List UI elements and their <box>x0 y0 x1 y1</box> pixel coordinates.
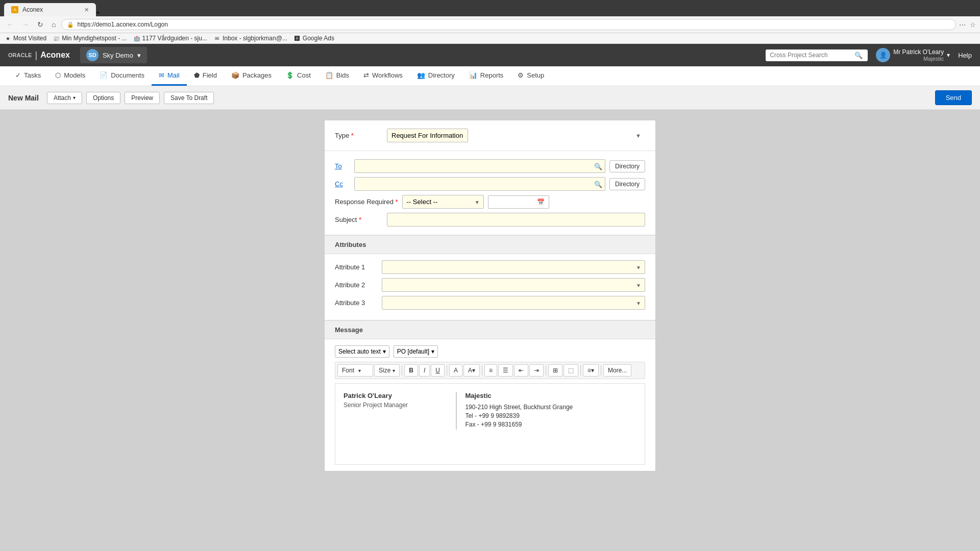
nav-workflows[interactable]: ⇄ Workflows <box>356 66 410 86</box>
cross-project-search-input[interactable] <box>770 52 851 59</box>
cross-project-search[interactable]: 🔍 <box>766 49 868 61</box>
size-dropdown-icon: ▾ <box>393 368 395 373</box>
calendar-icon[interactable]: 📅 <box>537 198 545 206</box>
to-search-icon[interactable]: 🔍 <box>594 162 602 170</box>
attr2-label: Attribute 2 <box>335 281 376 289</box>
nav-setup[interactable]: ⚙ Setup <box>510 66 551 86</box>
attr2-select[interactable] <box>382 278 645 292</box>
browser-chrome: A Aconex ✕ + ← → ↻ ⌂ 🔒 https://demo1.aco… <box>0 0 980 44</box>
align-button[interactable]: ≡▾ <box>583 364 599 377</box>
save-draft-button[interactable]: Save To Draft <box>164 92 214 104</box>
nav-reports[interactable]: 📊 Reports <box>462 66 511 86</box>
italic-button[interactable]: I <box>419 364 430 377</box>
bookmark-inbox[interactable]: ✉ Inbox - slgbjorkman@... <box>213 35 287 42</box>
bookmark-star-icon[interactable]: ☆ <box>970 21 976 29</box>
options-button[interactable]: Options <box>86 92 120 104</box>
bookmark-google-ads[interactable]: 🅰 Google Ads <box>293 35 334 42</box>
preview-button[interactable]: Preview <box>125 92 160 104</box>
nav-models[interactable]: ⬡ Models <box>48 66 92 86</box>
tab-close-icon[interactable]: ✕ <box>84 7 89 13</box>
sig-title: Senior Project Manager <box>344 402 448 409</box>
highlight-button[interactable]: A▾ <box>463 364 480 377</box>
browser-tab[interactable]: A Aconex ✕ <box>4 3 96 16</box>
nav-setup-label: Setup <box>527 71 544 79</box>
send-button[interactable]: Send <box>935 90 972 105</box>
response-label: Response Required * <box>335 198 398 206</box>
address-bar[interactable]: 🔒 https://demo1.aconex.com/Logon <box>61 19 956 30</box>
help-button[interactable]: Help <box>958 52 972 59</box>
to-label[interactable]: To <box>335 162 350 170</box>
table-button[interactable]: ⊞ <box>548 364 562 377</box>
bookmark-most-visited[interactable]: ★ Most Visited <box>4 35 46 42</box>
attr2-select-wrapper: ▼ <box>382 278 645 292</box>
nav-documents[interactable]: 📄 Documents <box>92 66 152 86</box>
font-color-button[interactable]: A <box>449 364 462 377</box>
bookmark-vardguiden[interactable]: 🏥 1177 Vårdguiden - sju... <box>133 35 207 42</box>
attr1-label: Attribute 1 <box>335 263 376 271</box>
tab-favicon: A <box>11 6 18 13</box>
ordered-list-button[interactable]: ≡ <box>484 364 497 377</box>
more-button[interactable]: More... <box>603 364 631 377</box>
attr1-select[interactable] <box>382 260 645 274</box>
cc-search-icon[interactable]: 🔍 <box>594 180 602 188</box>
form-card: Type * Request For Information ▼ To 🔍 <box>324 120 656 471</box>
cc-row: Cc 🔍 Directory <box>335 177 645 191</box>
toolbar: New Mail Attach ▾ Options Preview Save T… <box>0 86 980 110</box>
home-button[interactable]: ⌂ <box>49 19 58 30</box>
back-button[interactable]: ← <box>4 19 16 30</box>
rich-toolbar: Font ▾ Size ▾ B I U A A▾ ≡ ☰ ⇤ ⇥ <box>335 362 645 379</box>
setup-icon: ⚙ <box>518 71 524 79</box>
insert-button[interactable]: ⬚ <box>564 364 578 377</box>
size-select[interactable]: Size ▾ <box>374 364 400 377</box>
to-input[interactable] <box>354 159 605 173</box>
po-select[interactable]: PO [default] ▾ <box>394 345 438 358</box>
reload-button[interactable]: ↻ <box>35 19 46 30</box>
cc-input[interactable] <box>354 177 605 191</box>
message-header: Message <box>325 320 655 339</box>
project-avatar: SD <box>86 49 99 61</box>
indent-button[interactable]: ⇥ <box>529 364 544 377</box>
sig-fax: Fax - +99 9 9831659 <box>465 421 636 428</box>
add-tab-button[interactable]: + <box>96 9 100 16</box>
nav-documents-label: Documents <box>111 71 144 79</box>
attr3-select-wrapper: ▼ <box>382 296 645 310</box>
font-select[interactable]: Font ▾ <box>337 364 373 377</box>
subject-input[interactable] <box>387 213 645 227</box>
sig-name: Patrick O'Leary <box>344 392 448 399</box>
nav-field[interactable]: ⬟ Field <box>187 66 224 86</box>
po-dropdown-icon: ▾ <box>431 348 434 355</box>
message-toolbar-top: Select auto text ▾ PO [default] ▾ <box>335 345 645 358</box>
type-select[interactable]: Request For Information <box>387 129 468 142</box>
date-field[interactable]: 📅 <box>488 195 549 209</box>
project-name: Sky Demo <box>103 52 133 59</box>
nav-mail[interactable]: ✉ Mail <box>152 66 187 86</box>
unordered-list-button[interactable]: ☰ <box>498 364 513 377</box>
to-directory-button[interactable]: Directory <box>609 160 645 172</box>
attach-button[interactable]: Attach ▾ <box>47 92 82 104</box>
response-select[interactable]: -- Select -- <box>402 195 484 209</box>
nav-tasks[interactable]: ✓ Tasks <box>8 66 48 86</box>
nav-packages[interactable]: 📦 Packages <box>224 66 279 86</box>
message-body[interactable]: Patrick O'Leary Senior Project Manager M… <box>335 383 645 465</box>
user-info[interactable]: 👤 Mr Patrick O'Leary Majestic ▾ <box>876 48 950 62</box>
cc-directory-button[interactable]: Directory <box>609 178 645 190</box>
underline-button[interactable]: U <box>431 364 445 377</box>
nav-bids[interactable]: 📋 Bids <box>318 66 356 86</box>
attr3-select[interactable] <box>382 296 645 310</box>
attr1-row: Attribute 1 ▼ <box>335 260 645 274</box>
nav-cost[interactable]: 💲 Cost <box>279 66 318 86</box>
response-select-wrapper: -- Select -- ▼ <box>402 195 484 209</box>
auto-text-select[interactable]: Select auto text ▾ <box>335 345 389 358</box>
nav-directory[interactable]: 👥 Directory <box>410 66 462 86</box>
font-dropdown-icon: ▾ <box>358 368 361 373</box>
subject-label: Subject * <box>335 216 381 223</box>
project-selector[interactable]: SD Sky Demo ▾ <box>80 47 147 63</box>
sig-left: Patrick O'Leary Senior Project Manager <box>344 392 456 430</box>
forward-button[interactable]: → <box>19 19 32 30</box>
bookmark-myndighetspost[interactable]: 📰 Min Myndighetspost - ... <box>53 35 127 42</box>
size-label: Size <box>379 367 390 374</box>
bold-button[interactable]: B <box>404 364 418 377</box>
cc-label[interactable]: Cc <box>335 180 350 188</box>
toolbar-separator-5 <box>580 365 581 375</box>
outdent-button[interactable]: ⇤ <box>514 364 528 377</box>
